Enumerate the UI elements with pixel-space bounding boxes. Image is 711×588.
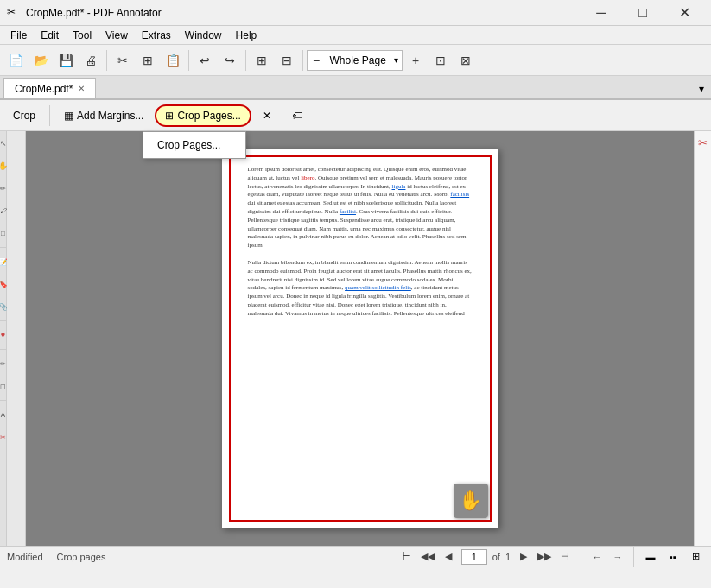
- status-bar: Modified Crop pages ⊢ ◀◀ ◀ of 1 ▶ ▶▶ ⊣ ←…: [0, 546, 711, 566]
- crop-button[interactable]: Crop: [3, 104, 45, 127]
- new-button[interactable]: 📄: [3, 48, 28, 73]
- content-area[interactable]: Lorem ipsum dolor sit amet, consectetur …: [26, 131, 694, 546]
- zoom-in-button[interactable]: +: [403, 48, 428, 73]
- pdf-para-2: Nulla dictum bibendum ex, in blandit eni…: [248, 259, 473, 319]
- go-forward-button[interactable]: →: [610, 549, 625, 565]
- add-margins-button[interactable]: ▦ Add Margins...: [54, 104, 153, 127]
- page-total: 1: [505, 552, 511, 562]
- separator-2: [188, 50, 189, 71]
- print-button[interactable]: 🖨: [79, 48, 103, 73]
- sep-crop-1: [49, 105, 50, 126]
- grid-button[interactable]: ⊞: [250, 48, 274, 73]
- right-crop-icon[interactable]: ✂: [695, 135, 711, 150]
- menu-file[interactable]: File: [3, 26, 34, 45]
- copy-button[interactable]: ⊞: [136, 48, 160, 73]
- crop-label: Crop: [13, 110, 35, 122]
- add-margins-label: Add Margins...: [77, 110, 143, 122]
- go-back-button[interactable]: ←: [589, 549, 605, 565]
- crop-pages-label: Crop Pages...: [177, 110, 240, 122]
- separator-3: [245, 50, 246, 71]
- menu-bar: File Edit Tool View Extras Window Help: [0, 26, 711, 45]
- fit-button[interactable]: ⊡: [429, 48, 453, 73]
- separator-1: [106, 50, 107, 71]
- menu-edit[interactable]: Edit: [34, 26, 66, 45]
- float-hand-button[interactable]: ✋: [454, 484, 488, 518]
- save-button[interactable]: 💾: [54, 48, 78, 73]
- fullscreen-button[interactable]: ⊠: [454, 48, 478, 73]
- tab-dropdown[interactable]: ▾: [695, 79, 708, 98]
- delete-crop-button[interactable]: ✕: [253, 104, 281, 127]
- tab-bar: CropMe.pdf* ✕ ▾: [0, 76, 711, 100]
- hand-icon: ✋: [459, 490, 482, 512]
- tab-close-button[interactable]: ✕: [78, 84, 85, 93]
- main-toolbar: 📄 📂 💾 🖨 ✂ ⊞ 📋 ↩ ↪ ⊞ ⊟ − Whole Page ▾ + ⊡…: [0, 45, 711, 76]
- view-single-button[interactable]: ▬: [642, 548, 659, 566]
- title-bar: ✂ CropMe.pdf* - PDF Annotator ─ □ ✕: [0, 0, 711, 26]
- minimize-button[interactable]: ─: [581, 0, 621, 26]
- crop-pages-dropdown-item[interactable]: Crop Pages...: [143, 136, 245, 155]
- grid2-button[interactable]: ⊟: [275, 48, 299, 73]
- page-prev-button[interactable]: ◀: [441, 549, 456, 565]
- pdf-para-1: Lorem ipsum dolor sit amet, consectetur …: [248, 166, 473, 250]
- page-prev-prev-button[interactable]: ◀◀: [420, 549, 435, 565]
- add-margins-icon: ▦: [64, 110, 73, 122]
- tab-label: CropMe.pdf*: [15, 83, 73, 95]
- app-icon: ✂: [7, 6, 21, 20]
- zoom-dropdown-arrow[interactable]: ▾: [394, 55, 398, 65]
- menu-tool[interactable]: Tool: [66, 26, 98, 45]
- paste-button[interactable]: 📋: [161, 48, 185, 73]
- close-button[interactable]: ✕: [664, 0, 704, 26]
- delete-icon: ✕: [263, 110, 271, 122]
- zoom-out-button[interactable]: −: [311, 54, 321, 67]
- page-of: of: [492, 552, 500, 562]
- open-button[interactable]: 📂: [29, 48, 53, 73]
- zoom-group: − Whole Page ▾: [307, 50, 403, 71]
- view-double-button[interactable]: ▪▪: [664, 548, 682, 566]
- separator-4: [302, 50, 303, 71]
- status-right: ⊢ ◀◀ ◀ of 1 ▶ ▶▶ ⊣ ← → ▬ ▪▪ ⊞: [399, 547, 704, 567]
- left-icon-bar: ↖ ✋ ✏ 🖊 □ 📝 🔖 📎 ♥ ✏ ◻ A ✂: [0, 131, 7, 546]
- page-last-button[interactable]: ⊣: [557, 549, 573, 565]
- crop-pages-button[interactable]: ⊞ Crop Pages...: [155, 104, 251, 127]
- status-crop-pages: Crop pages: [57, 552, 106, 562]
- status-sep-2: [633, 547, 634, 567]
- pdf-page: Lorem ipsum dolor sit amet, consectetur …: [222, 149, 498, 528]
- menu-view[interactable]: View: [98, 26, 135, 45]
- page-next-next-button[interactable]: ▶▶: [536, 549, 552, 565]
- maximize-button[interactable]: □: [623, 0, 663, 26]
- crop-pages-dropdown: Crop Pages...: [143, 131, 246, 159]
- tag-button[interactable]: 🏷: [282, 104, 312, 127]
- menu-extras[interactable]: Extras: [135, 26, 178, 45]
- page-number-input[interactable]: [461, 549, 487, 565]
- page-first-button[interactable]: ⊢: [399, 549, 415, 565]
- crop-pages-icon: ⊞: [165, 110, 174, 122]
- view-grid-button[interactable]: ⊞: [687, 548, 704, 566]
- redo-button[interactable]: ↪: [218, 48, 242, 73]
- title-bar-text: CropMe.pdf* - PDF Annotator: [26, 7, 581, 19]
- left-panel-dots: ·····: [7, 131, 26, 546]
- status-modified: Modified: [7, 552, 43, 562]
- title-bar-controls: ─ □ ✕: [581, 0, 704, 26]
- page-next-button[interactable]: ▶: [516, 549, 531, 565]
- tag-icon: 🏷: [292, 110, 302, 122]
- cut-button[interactable]: ✂: [111, 48, 135, 73]
- crop-toolbar: Crop ▦ Add Margins... ⊞ Crop Pages... ✕ …: [0, 100, 711, 131]
- undo-button[interactable]: ↩: [193, 48, 217, 73]
- right-sidebar: ✂: [694, 131, 711, 546]
- pdf-content: Lorem ipsum dolor sit amet, consectetur …: [248, 166, 473, 319]
- tab-cropme[interactable]: CropMe.pdf* ✕: [3, 78, 96, 98]
- menu-window[interactable]: Window: [178, 26, 229, 45]
- menu-help[interactable]: Help: [229, 26, 264, 45]
- status-sep: [581, 547, 581, 567]
- zoom-label: Whole Page: [323, 54, 392, 66]
